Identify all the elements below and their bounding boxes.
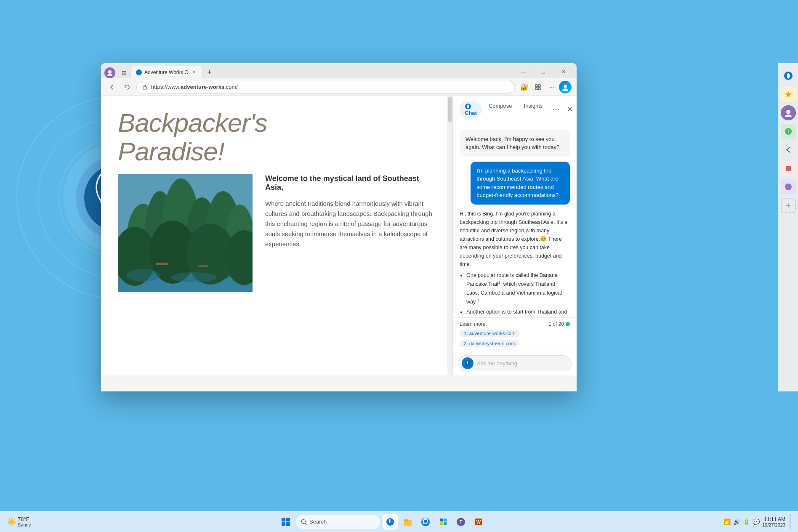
learn-more-header: Learn more: 1 of 20 xyxy=(460,321,570,327)
copilot-header: Chat Compose Insights ⋯ ✕ xyxy=(453,96,577,123)
svg-rect-48 xyxy=(444,522,447,525)
source-link-2[interactable]: 2. dailystorystream.com xyxy=(460,340,519,347)
svg-rect-45 xyxy=(440,519,443,521)
tab-insights[interactable]: Insights xyxy=(519,101,548,118)
minimize-button[interactable]: — xyxy=(513,66,533,78)
svg-line-40 xyxy=(305,523,307,524)
scroll-thumb[interactable] xyxy=(448,97,452,122)
tab-close-button[interactable]: × xyxy=(191,69,197,76)
collections-button[interactable] xyxy=(532,81,544,93)
svg-point-36 xyxy=(785,184,792,190)
taskbar-left: ☀️ 78°F Sunny xyxy=(7,516,57,527)
copilot-input-area: Ask me anything xyxy=(453,351,577,375)
browser-content: Backpacker's Paradise! xyxy=(101,96,577,375)
site-subtitle: Welcome to the mystical land of Southeas… xyxy=(265,174,436,192)
more-button[interactable]: ··· xyxy=(545,81,557,93)
weather-condition: Sunny xyxy=(18,522,31,527)
input-placeholder: Ask me anything xyxy=(477,360,566,367)
learn-more-bar: Learn more: 1 of 20 1. adventure-works.c… xyxy=(453,317,577,351)
teams-icon[interactable]: T xyxy=(453,514,468,529)
show-desktop-button[interactable] xyxy=(790,514,791,529)
copilot-sidebar: Chat Compose Insights ⋯ ✕ xyxy=(452,96,577,375)
svg-rect-8 xyxy=(535,85,537,87)
battery-icon[interactable]: 🔋 xyxy=(743,519,750,525)
user-message: I'm planning a backpacking trip through … xyxy=(471,162,570,205)
edge-taskbar-icon[interactable] xyxy=(418,514,433,529)
tab-bar: ⊞ Adventure Works C × + — □ ✕ xyxy=(101,63,577,78)
start-button[interactable] xyxy=(278,514,293,529)
sidebar-collections-icon[interactable] xyxy=(781,87,796,102)
office-icon[interactable]: W xyxy=(471,514,486,529)
svg-point-6 xyxy=(108,70,112,74)
sidebar-copilot-icon[interactable] xyxy=(781,68,796,83)
tab-chat[interactable]: Chat xyxy=(460,101,482,118)
close-button[interactable]: ✕ xyxy=(554,66,573,78)
sidebar-green-icon[interactable]: T xyxy=(781,124,796,139)
tab-favicon xyxy=(136,69,142,75)
website-header: Backpacker's Paradise! xyxy=(101,96,452,174)
time-display[interactable]: 11:11 AM 10/27/2023 xyxy=(762,516,785,527)
svg-rect-9 xyxy=(538,85,540,87)
store-icon[interactable] xyxy=(436,514,451,529)
edge-sidebar-icons: T xyxy=(778,63,798,391)
history-icon[interactable]: ⊞ xyxy=(119,67,130,78)
volume-icon[interactable]: 🔊 xyxy=(733,519,740,525)
more-options-button[interactable]: ⋯ xyxy=(551,104,561,114)
search-placeholder: Search xyxy=(309,519,327,525)
network-icon[interactable]: 📶 xyxy=(724,519,731,525)
taskbar-search[interactable]: Search xyxy=(296,515,380,529)
source-link-1[interactable]: 1. adventure-works.com xyxy=(460,330,520,337)
browser-window: ⊞ Adventure Works C × + — □ ✕ https://ww… xyxy=(101,63,577,391)
svg-rect-11 xyxy=(538,88,540,90)
website-area: Backpacker's Paradise! xyxy=(101,96,452,375)
weather-icon: ☀️ xyxy=(7,517,16,527)
copilot-icon xyxy=(465,103,471,109)
site-text: Welcome to the mystical land of Southeas… xyxy=(265,174,436,292)
source-links: 1. adventure-works.com 2. dailystorystre… xyxy=(460,330,570,347)
svg-rect-43 xyxy=(404,519,408,521)
window-controls: — □ ✕ xyxy=(513,66,573,78)
refresh-button[interactable] xyxy=(121,81,133,93)
date: 10/27/2023 xyxy=(762,522,785,527)
bing-taskbar-icon[interactable] xyxy=(383,514,398,529)
clock: 11:11 AM xyxy=(762,516,785,522)
lock-icon xyxy=(142,84,148,90)
ai-response: Hi, this is Bing. I'm glad you're planni… xyxy=(460,210,570,317)
svg-text:T: T xyxy=(787,129,789,134)
close-sidebar-button[interactable]: ✕ xyxy=(564,104,575,114)
copilot-messages: Welcome back. I'm happy to see you again… xyxy=(453,123,577,317)
windows-logo xyxy=(282,518,290,526)
welcome-message: Welcome back. I'm happy to see you again… xyxy=(460,130,570,157)
copilot-tabs: Chat Compose Insights xyxy=(460,101,548,118)
maximize-button[interactable]: □ xyxy=(534,66,553,78)
svg-point-32 xyxy=(786,110,790,114)
tab-compose[interactable]: Compose xyxy=(484,101,517,118)
profile-icon[interactable] xyxy=(104,67,115,78)
sidebar-add-button[interactable] xyxy=(781,198,796,213)
nav-right-icons: 🔐 ··· xyxy=(519,81,572,93)
svg-rect-7 xyxy=(143,87,146,89)
active-tab[interactable]: Adventure Works C × xyxy=(130,66,203,78)
user-avatar[interactable] xyxy=(559,81,572,93)
back-button[interactable] xyxy=(106,81,118,93)
svg-point-12 xyxy=(564,85,567,88)
profile-button[interactable]: 🔐 xyxy=(519,81,530,93)
svg-rect-27 xyxy=(156,263,168,265)
search-icon xyxy=(301,519,307,525)
sidebar-red-icon[interactable] xyxy=(781,161,796,176)
sidebar-back-icon[interactable] xyxy=(781,142,796,157)
site-hero-image xyxy=(118,174,253,292)
copilot-header-icons: ⋯ ✕ xyxy=(551,104,575,114)
website-scrollbar[interactable] xyxy=(447,96,452,375)
copilot-input-field[interactable]: Ask me anything xyxy=(458,355,572,371)
new-tab-button[interactable]: + xyxy=(204,66,215,78)
svg-rect-35 xyxy=(786,166,791,171)
svg-rect-10 xyxy=(535,88,537,90)
notification-icon[interactable]: 💬 xyxy=(753,519,760,525)
svg-text:T: T xyxy=(460,519,463,524)
sidebar-avatar-icon[interactable] xyxy=(781,105,796,120)
sidebar-purple-icon[interactable] xyxy=(781,179,796,194)
address-bar[interactable]: https://www.adventure-works.com/ xyxy=(136,81,515,93)
svg-point-25 xyxy=(126,269,160,282)
file-explorer-icon[interactable] xyxy=(400,514,415,529)
